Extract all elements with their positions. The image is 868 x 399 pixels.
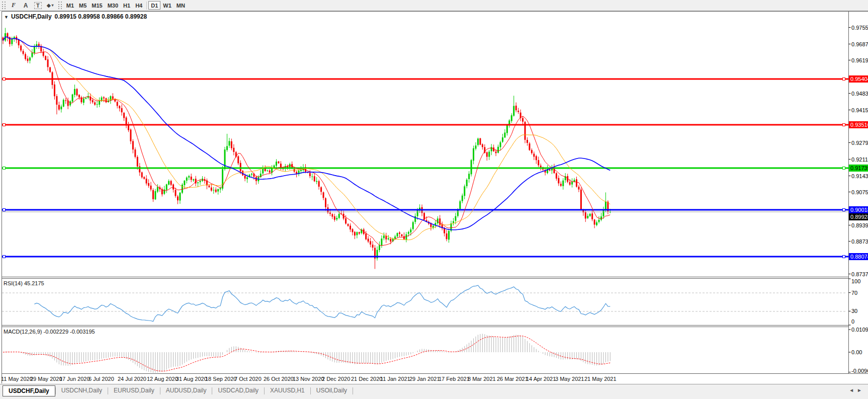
toolbar: F A T ◆ ▾ M1M5M15M30H1H4D1W1MN (0, 0, 868, 11)
date-label: 26 Oct 2020 (264, 376, 294, 382)
line-handle[interactable] (3, 209, 6, 211)
text-label-icon: T (34, 2, 42, 9)
rsi-indicator-label: RSI(14) 45.2175 (4, 280, 44, 286)
date-label: 17 Jun 2020 (59, 376, 90, 382)
svg-text:30: 30 (851, 308, 857, 314)
chart-dropdown-icon[interactable]: ▼ (4, 15, 9, 20)
svg-text:0.89928: 0.89928 (850, 214, 868, 220)
arrows-icon: ◆ (47, 3, 51, 8)
tab-separator (353, 387, 353, 394)
macd-panel: 0.0109330.00-0.009653 (3, 327, 868, 374)
svg-text:0.95404: 0.95404 (850, 76, 868, 82)
tab-audusd-daily[interactable]: AUDUSD,Daily (160, 385, 212, 395)
chart-tab-bar: USDCHF,DailyUSDCNH,DailyEURUSD,DailyAUDU… (0, 384, 868, 399)
chart-title: ▼USDCHF,Daily0.89915 0.89958 0.89866 0.8… (4, 13, 147, 20)
tab-scroll-right-icon[interactable]: ► (857, 387, 865, 393)
bid-price-label: 0.89928 (849, 213, 868, 220)
svg-text:0.94830: 0.94830 (851, 91, 868, 97)
rsi-line (34, 285, 610, 322)
price-label-0.91739: 0.91739 (849, 165, 868, 172)
chevron-down-icon: ▾ (52, 3, 54, 8)
text-label-tool-button[interactable]: T (32, 1, 44, 10)
panel-frames (2, 12, 868, 384)
timeframe-m1[interactable]: M1 (64, 1, 76, 10)
date-label: 12 Aug 2020 (147, 376, 178, 382)
date-label: 3 May 2021 (555, 376, 584, 382)
svg-text:0.92110: 0.92110 (851, 156, 868, 163)
toolbar-grip[interactable] (2, 2, 6, 9)
mt4-window: F A T ◆ ▾ M1M5M15M30H1H4D1W1MN 0.975500.… (0, 0, 868, 399)
line-handle[interactable] (3, 78, 6, 81)
line-handle[interactable] (3, 124, 6, 126)
arrows-tool-button[interactable]: ◆ ▾ (44, 1, 56, 10)
chart-tabs: USDCHF,DailyUSDCNH,DailyEURUSD,DailyAUDU… (3, 385, 353, 396)
timeframe-w1[interactable]: W1 (160, 1, 174, 10)
date-label: 29 Jan 2021 (409, 376, 440, 382)
ma-slow (3, 37, 610, 229)
tab-usdchf-daily[interactable]: USDCHF,Daily (3, 385, 55, 396)
ma-fast (3, 37, 610, 246)
candles-layer (3, 28, 611, 269)
date-label: 8 Mar 2021 (468, 376, 496, 382)
macd-indicator-label: MACD(12,26,9) -0.002229 -0.003195 (4, 329, 95, 335)
macd-signal-line (3, 336, 610, 371)
line-handle[interactable] (3, 256, 6, 258)
svg-text:0.96870: 0.96870 (851, 41, 868, 47)
date-label: 6 Jul 2020 (89, 376, 114, 382)
svg-text:0.91739: 0.91739 (850, 165, 868, 171)
line-handle[interactable] (843, 167, 845, 170)
svg-text:0.91430: 0.91430 (851, 173, 868, 179)
date-label: 21 May 2021 (584, 376, 617, 382)
chart-canvas[interactable]: 0.975500.968700.961900.948300.941500.927… (0, 0, 868, 399)
svg-text:0.92790: 0.92790 (851, 140, 868, 146)
svg-text:0.90018: 0.90018 (850, 207, 868, 213)
date-label: 24 Jul 2020 (118, 376, 146, 382)
time-axis[interactable]: 11 May 202029 May 202017 Jun 20206 Jul 2… (0, 374, 868, 384)
level-lines (2, 78, 849, 258)
svg-text:0.87370: 0.87370 (851, 271, 868, 277)
line-handle[interactable] (843, 124, 845, 126)
timeframe-h1[interactable]: H1 (121, 1, 133, 10)
date-label: 26 Mar 2021 (497, 376, 528, 382)
svg-text:0.00: 0.00 (851, 349, 862, 355)
timeframe-mn[interactable]: MN (174, 1, 188, 10)
svg-text:70: 70 (851, 290, 857, 296)
price-label-0.95404: 0.95404 (849, 75, 868, 83)
timeframe-h4[interactable]: H4 (133, 1, 145, 10)
date-label: 18 Sep 2020 (205, 376, 236, 382)
svg-text:0.93516: 0.93516 (850, 122, 868, 128)
svg-text:0: 0 (851, 318, 854, 325)
line-handle[interactable] (843, 256, 845, 258)
date-label: 31 Aug 2020 (176, 376, 207, 382)
text-tool-button[interactable]: A (20, 1, 32, 10)
line-handle[interactable] (3, 167, 6, 170)
tab-usdcnh-daily[interactable]: USDCNH,Daily (56, 385, 108, 395)
svg-text:0.010933: 0.010933 (851, 327, 868, 333)
rsi-panel: 10070300 (2, 278, 860, 325)
timeframe-group: M1M5M15M30H1H4D1W1MN (64, 1, 188, 10)
date-label: 29 May 2020 (30, 376, 62, 382)
fibonacci-tool-button[interactable]: F (8, 1, 20, 10)
timeframe-d1[interactable]: D1 (148, 1, 160, 10)
ma-mid (3, 37, 610, 240)
date-label: 2 Dec 2020 (322, 376, 350, 382)
tab-usdcad-daily[interactable]: USDCAD,Daily (212, 385, 264, 395)
tab-scroll-left-icon[interactable]: ◄ (849, 387, 857, 393)
svg-text:0.97550: 0.97550 (851, 25, 868, 31)
timeframe-m15[interactable]: M15 (89, 1, 105, 10)
timeframe-m30[interactable]: M30 (105, 1, 121, 10)
price-label-0.90018: 0.90018 (849, 206, 868, 213)
tab-xauusd-h1[interactable]: XAUUSD,H1 (265, 385, 310, 395)
svg-text:100: 100 (851, 278, 860, 284)
tab-eurusd-daily[interactable]: EURUSD,Daily (108, 385, 160, 395)
date-label: 11 Jan 2021 (380, 376, 410, 382)
price-axis-ticks: 0.975500.968700.961900.948300.941500.927… (849, 25, 868, 277)
svg-text:0.90750: 0.90750 (851, 189, 868, 195)
tab-usoil-daily[interactable]: USOil,Daily (311, 385, 353, 395)
line-handle[interactable] (843, 78, 845, 81)
svg-text:0.88074: 0.88074 (850, 254, 868, 260)
timeframe-m5[interactable]: M5 (76, 1, 89, 10)
date-label: 13 Nov 2020 (293, 376, 324, 382)
line-handle[interactable] (843, 209, 845, 211)
toolbar-grip-2[interactable] (58, 2, 62, 9)
